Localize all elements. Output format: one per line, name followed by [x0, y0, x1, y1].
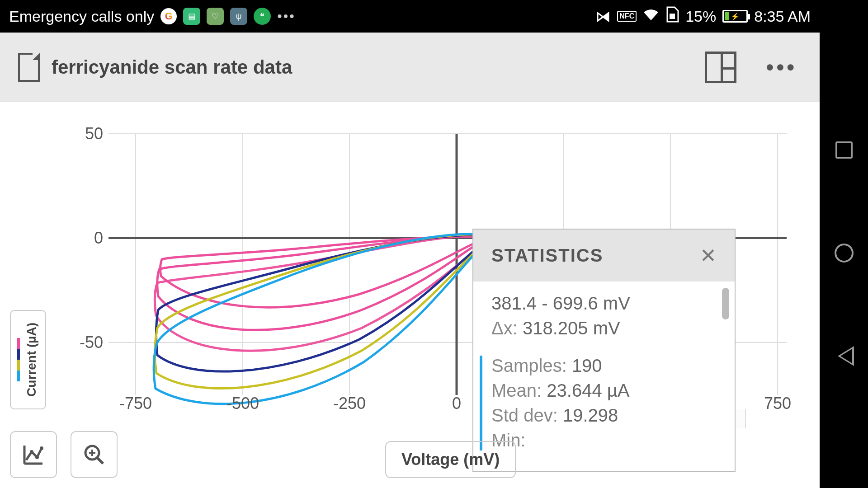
bluetooth-icon: ⧒: [595, 7, 611, 25]
clock: 8:35 AM: [754, 8, 811, 25]
scrollbar-thumb[interactable]: [722, 288, 729, 319]
recent-apps-button[interactable]: [833, 139, 855, 161]
android-nav-bar: [820, 0, 868, 488]
more-notifs-icon: •••: [277, 9, 296, 24]
y-tick: 50: [85, 124, 103, 143]
svg-line-17: [97, 458, 103, 464]
battery-pct: 15%: [685, 8, 716, 25]
stats-samples-value: 190: [572, 356, 602, 375]
stats-dx-value: 318.205 mV: [523, 318, 620, 338]
nfc-icon: NFC: [617, 11, 637, 22]
legend-swatch: [17, 338, 20, 381]
stats-std-label: Std dev:: [491, 405, 558, 425]
svg-point-11: [30, 450, 33, 454]
x-tick: 750: [764, 394, 791, 413]
x-tick: -250: [333, 394, 366, 413]
zoom-button[interactable]: [71, 431, 118, 478]
wifi-icon: [643, 9, 659, 24]
x-axis-label[interactable]: Voltage (mV): [385, 441, 516, 478]
usb-icon: ψ: [230, 8, 247, 25]
stats-mean-label: Mean:: [491, 380, 542, 400]
svg-rect-0: [670, 14, 675, 19]
hangouts-icon: ❝: [254, 8, 271, 25]
y-axis-label[interactable]: Current (µA): [10, 310, 46, 409]
page-title: ferricyanide scan rate data: [52, 56, 292, 78]
stats-range: 381.4 - 699.6 mV: [491, 293, 630, 313]
battery-icon: ⚡: [722, 10, 748, 23]
chart-type-button[interactable]: [10, 431, 57, 478]
app-header: ferricyanide scan rate data •••: [0, 33, 820, 102]
chart-area[interactable]: Current (µA): [0, 102, 820, 488]
y-tick: 0: [94, 229, 103, 248]
stats-dx-label: Δx:: [491, 318, 518, 338]
file-icon[interactable]: [18, 53, 40, 82]
stats-samples-label: Samples:: [491, 356, 567, 375]
carrier-text: Emergency calls only: [9, 8, 154, 25]
more-menu-button[interactable]: •••: [766, 55, 797, 80]
x-tick: 0: [452, 394, 461, 413]
x-tick: -750: [119, 394, 152, 413]
y-tick: -50: [80, 333, 103, 352]
health-icon: ♡: [207, 8, 224, 25]
svg-point-12: [35, 455, 39, 459]
statistics-title: STATISTICS: [491, 245, 603, 266]
stats-mean-value: 23.644 µA: [547, 380, 629, 400]
back-button[interactable]: [833, 345, 855, 367]
app-notif-icon: ▤: [183, 8, 200, 25]
home-button[interactable]: [833, 242, 855, 264]
close-icon[interactable]: ✕: [700, 244, 717, 267]
statistics-panel[interactable]: STATISTICS ✕ 381.4 - 699.6 mV Δx: 318.20…: [472, 229, 736, 472]
stats-std-value: 19.298: [563, 405, 618, 425]
layout-toggle-button[interactable]: [705, 52, 736, 83]
x-tick: -500: [226, 394, 259, 413]
svg-point-13: [40, 446, 43, 450]
android-status-bar: Emergency calls only G ▤ ♡ ψ ❝ ••• ⧒ NFC…: [0, 0, 820, 33]
sd-card-icon: [665, 6, 679, 26]
google-icon: G: [160, 8, 177, 24]
